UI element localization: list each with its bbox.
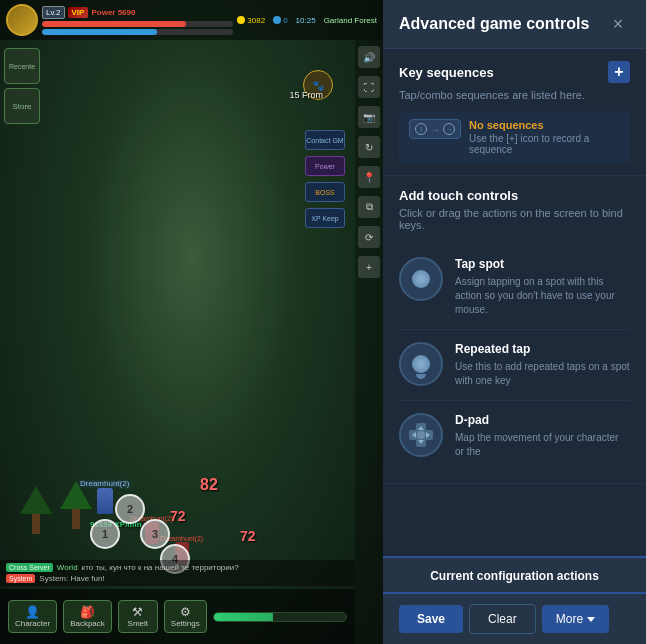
- distance-label: 15 From: [289, 90, 323, 100]
- close-button[interactable]: ×: [606, 12, 630, 36]
- power-display: Power 5690: [91, 8, 135, 17]
- xp-progress-bar: [213, 612, 347, 622]
- dpad-info: D-pad Map the movement of your character…: [455, 413, 630, 459]
- tap-spot-desc: Assign tapping on a spot with this actio…: [455, 275, 630, 317]
- power-btn[interactable]: Power: [305, 156, 345, 176]
- no-sequences-label: No sequences: [469, 119, 620, 131]
- location-label: Garland Forest: [324, 16, 377, 25]
- footer-section-title: Current configuration actions: [430, 569, 599, 583]
- character-btn[interactable]: 👤 Character: [8, 600, 57, 633]
- more-button[interactable]: More: [542, 605, 609, 633]
- player-avatar: [6, 4, 38, 36]
- cross-server-tag: Cross Server: [6, 563, 53, 572]
- vip-badge: VIP: [68, 7, 89, 18]
- tap-spot-icon: [399, 257, 443, 301]
- touch-controls-title: Add touch controls: [399, 188, 630, 203]
- copy-icon[interactable]: ⧉: [358, 196, 380, 218]
- game-chat: Cross Server World кто ты, кун что к на …: [0, 560, 355, 586]
- panel-footer: Save Clear More: [383, 592, 646, 644]
- camera-icon[interactable]: 📷: [358, 106, 380, 128]
- key-sequences-desc: Tap/combo sequences are listed here.: [399, 89, 630, 101]
- panel-header: Advanced game controls ×: [383, 0, 646, 49]
- system-tag: System: [6, 574, 35, 583]
- repeated-tap-card[interactable]: Repeated tap Use this to add repeated ta…: [399, 330, 630, 401]
- repeated-tap-icon: [399, 342, 443, 386]
- xp-keep-btn[interactable]: XP Keep: [305, 208, 345, 228]
- panel-content: Key sequences + Tap/combo sequences are …: [383, 49, 646, 556]
- skill-btn-1[interactable]: 1: [90, 519, 120, 549]
- chevron-down-icon: [587, 617, 595, 622]
- footer-action-buttons: Save Clear More: [399, 604, 630, 634]
- game-viewport[interactable]: Lv.2 VIP Power 5690 3082 0 10:25: [0, 0, 383, 644]
- dpad-icon: [399, 413, 443, 457]
- key-sequences-section: Key sequences + Tap/combo sequences are …: [383, 49, 646, 176]
- damage-number-1: 82: [200, 476, 218, 494]
- clear-button[interactable]: Clear: [469, 604, 536, 634]
- expand-icon[interactable]: ⛶: [358, 76, 380, 98]
- refresh-icon[interactable]: ↻: [358, 136, 380, 158]
- skill-btn-3[interactable]: 3: [140, 519, 170, 549]
- mid-actions[interactable]: Contact GM Power BOSS XP Keep: [305, 130, 345, 228]
- add-icon[interactable]: +: [358, 256, 380, 278]
- repeated-tap-desc: Use this to add repeated taps on a spot …: [455, 360, 630, 388]
- side-icon-bar[interactable]: 🔊 ⛶ 📷 ↻ 📍 ⧉ ⟳ +: [355, 40, 383, 644]
- repeated-tap-info: Repeated tap Use this to add repeated ta…: [455, 342, 630, 388]
- map-icon[interactable]: 📍: [358, 166, 380, 188]
- skill-btn-2[interactable]: 2: [115, 494, 145, 524]
- empty-sequences-state: ! → → No sequences Use the [+] icon to r…: [399, 111, 630, 163]
- damage-number-2: 72: [170, 508, 186, 524]
- quick-actions: Recente Store: [4, 48, 40, 124]
- boss-btn[interactable]: BOSS: [305, 182, 345, 202]
- game-top-bar: Lv.2 VIP Power 5690 3082 0 10:25: [0, 0, 383, 40]
- footer-section-header: Current configuration actions: [383, 556, 646, 592]
- dpad-name: D-pad: [455, 413, 630, 427]
- player-level: Lv.2: [42, 6, 65, 19]
- tap-spot-card[interactable]: Tap spot Assign tapping on a spot with t…: [399, 245, 630, 330]
- repeated-tap-name: Repeated tap: [455, 342, 630, 356]
- top-resources: 3082 0 10:25 Garland Forest: [237, 16, 377, 25]
- volume-icon[interactable]: 🔊: [358, 46, 380, 68]
- tap-spot-info: Tap spot Assign tapping on a spot with t…: [455, 257, 630, 317]
- game-bottom-bar[interactable]: 👤 Character 🎒 Backpack ⚒ Smelt ⚙ Setting…: [0, 589, 355, 644]
- smelt-btn[interactable]: ⚒ Smelt: [118, 600, 158, 633]
- rotate-icon[interactable]: ⟳: [358, 226, 380, 248]
- sequence-hint: Use the [+] icon to record a sequence: [469, 133, 620, 155]
- tap-spot-name: Tap spot: [455, 257, 630, 271]
- tree-decoration: [20, 486, 52, 534]
- svg-point-2: [417, 431, 425, 439]
- key-sequences-title: Key sequences: [399, 65, 494, 80]
- contact-gm-btn[interactable]: Contact GM: [305, 130, 345, 150]
- settings-btn[interactable]: ⚙ Settings: [164, 600, 207, 633]
- advanced-controls-panel: Advanced game controls × Key sequences +…: [383, 0, 646, 644]
- sequence-icon: ! → →: [409, 119, 461, 139]
- touch-controls-desc: Click or drag the actions on the screen …: [399, 207, 630, 231]
- add-sequence-button[interactable]: +: [608, 61, 630, 83]
- touch-controls-section: Add touch controls Click or drag the act…: [383, 176, 646, 484]
- damage-number-3: 72: [240, 528, 256, 544]
- save-button[interactable]: Save: [399, 605, 463, 633]
- dpad-card[interactable]: D-pad Map the movement of your character…: [399, 401, 630, 471]
- backpack-btn[interactable]: 🎒 Backpack: [63, 600, 112, 633]
- dpad-desc: Map the movement of your character or th…: [455, 431, 630, 459]
- panel-title: Advanced game controls: [399, 15, 589, 33]
